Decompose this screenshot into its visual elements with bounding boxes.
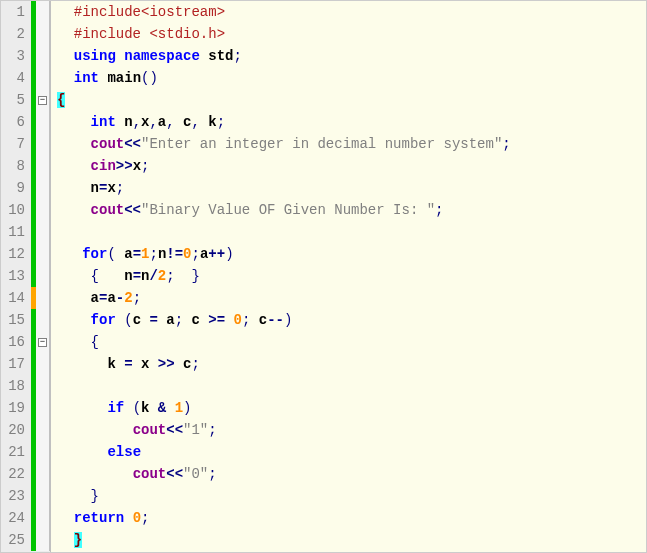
code-token: using [74,48,116,64]
code-line[interactable]: { [51,89,646,111]
code-token: << [124,202,141,218]
fold-column [36,441,50,463]
code-line[interactable]: } [51,529,646,551]
code-line[interactable]: n=x; [51,177,646,199]
code-token: #include<iostream> [74,4,225,20]
code-token [250,312,258,328]
line-number: 12 [1,243,31,265]
code-token [99,268,124,284]
code-line[interactable]: } [51,485,646,507]
code-token: ; [502,136,510,152]
code-token: k [208,114,216,130]
code-token: std [208,48,233,64]
code-line[interactable]: int n,x,a, c, k; [51,111,646,133]
code-token: & [158,400,166,416]
code-token [116,114,124,130]
gutter-row: 13 [1,265,50,287]
fold-toggle-icon[interactable]: − [38,96,47,105]
code-line[interactable]: cout<<"Binary Value OF Given Number Is: … [51,199,646,221]
code-line[interactable]: cin>>x; [51,155,646,177]
fold-column [36,133,50,155]
line-number: 24 [1,507,31,529]
code-token: ; [233,48,241,64]
code-editor: 12345−678910111213141516−171819202122232… [1,1,646,552]
code-line[interactable]: for( a=1;n!=0;a++) [51,243,646,265]
code-token [158,312,166,328]
code-line[interactable]: { n=n/2; } [51,265,646,287]
code-token [57,136,91,152]
code-token: = [124,356,132,372]
code-token: } [191,268,199,284]
code-token: = [133,246,141,262]
code-token: "0" [183,466,208,482]
code-area[interactable]: #include<iostream> #include <stdio.h> us… [51,1,646,552]
line-number: 22 [1,463,31,485]
code-token [57,4,74,20]
gutter-row: 22 [1,463,50,485]
code-token [124,400,132,416]
gutter-row: 15 [1,309,50,331]
code-line[interactable]: k = x >> c; [51,353,646,375]
code-token: if [107,400,124,416]
code-token: ; [192,246,200,262]
code-token: a [158,114,166,130]
code-token: ; [141,510,149,526]
gutter-row: 24 [1,507,50,529]
code-line[interactable]: for (c = a; c >= 0; c--) [51,309,646,331]
code-token: "1" [183,422,208,438]
code-line[interactable]: return 0; [51,507,646,529]
code-token: = [133,268,141,284]
code-line[interactable]: using namespace std; [51,45,646,67]
code-token: "Enter an integer in decimal number syst… [141,136,502,152]
code-line[interactable]: cout<<"1"; [51,419,646,441]
code-token: , [149,114,157,130]
code-line[interactable] [51,375,646,397]
code-token: 0 [183,246,191,262]
gutter-row: 17 [1,353,50,375]
code-token: ; [175,312,183,328]
code-line[interactable]: if (k & 1) [51,397,646,419]
code-token: ( [107,246,115,262]
code-line[interactable]: else [51,441,646,463]
code-token [57,180,91,196]
code-token: ++ [208,246,225,262]
gutter-row: 3 [1,45,50,67]
code-token: ; [217,114,225,130]
code-token: n [124,114,132,130]
code-token [57,26,74,42]
code-token: ) [183,400,191,416]
line-number: 20 [1,419,31,441]
code-line[interactable]: a=a-2; [51,287,646,309]
code-line[interactable] [51,221,646,243]
code-token: >> [158,356,175,372]
line-number: 11 [1,221,31,243]
line-number: 7 [1,133,31,155]
code-line[interactable]: { [51,331,646,353]
line-number: 21 [1,441,31,463]
code-token: cout [133,466,167,482]
code-token [200,48,208,64]
code-line[interactable]: int main() [51,67,646,89]
gutter-row: 1 [1,1,50,23]
code-token: for [82,246,107,262]
fold-column [36,23,50,45]
code-token: ) [225,246,233,262]
code-line[interactable]: cout<<"0"; [51,463,646,485]
code-token [57,422,133,438]
code-token: ; [116,180,124,196]
code-token: cout [91,136,125,152]
code-line[interactable]: #include <stdio.h> [51,23,646,45]
gutter-row: 9 [1,177,50,199]
code-line[interactable]: #include<iostream> [51,1,646,23]
code-token: -- [267,312,284,328]
code-line[interactable]: cout<<"Enter an integer in decimal numbe… [51,133,646,155]
gutter: 12345−678910111213141516−171819202122232… [1,1,51,552]
code-token: 2 [158,268,166,284]
code-token: >> [116,158,133,174]
fold-toggle-icon[interactable]: − [38,338,47,347]
code-token [149,400,157,416]
line-number: 25 [1,529,31,551]
fold-column [36,265,50,287]
gutter-row: 12 [1,243,50,265]
code-token [175,356,183,372]
